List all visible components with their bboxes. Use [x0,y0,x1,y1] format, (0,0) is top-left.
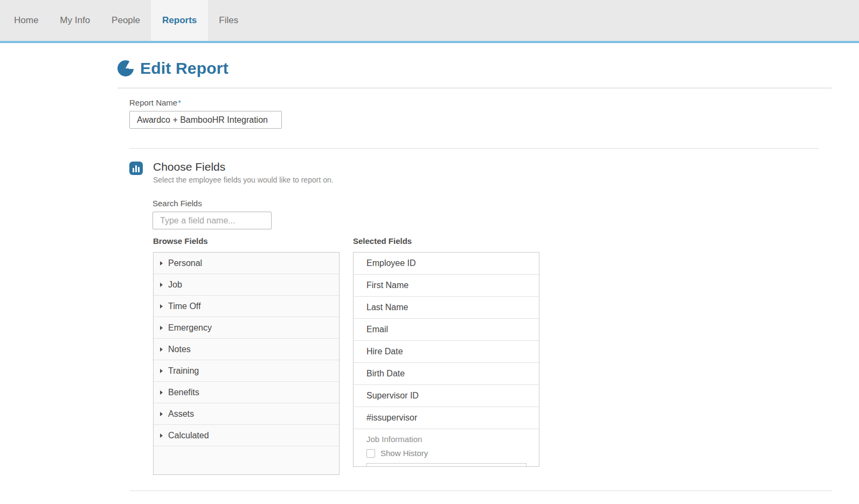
browse-category-emergency[interactable]: Emergency [154,317,339,339]
job-information-field-partial[interactable] [366,463,527,467]
browse-category-label: Time Off [168,302,200,311]
choose-fields-title: Choose Fields [153,160,334,173]
show-history-label: Show History [380,449,428,458]
expand-arrow-icon [160,390,163,395]
report-name-section: Report Name* [129,98,859,129]
page-title: Edit Report [140,59,228,78]
search-fields-label: Search Fields [153,199,859,208]
expand-arrow-icon [160,347,163,352]
browse-category-training[interactable]: Training [154,360,339,382]
browse-category-label: Personal [168,258,202,268]
selected-field-last-name[interactable]: Last Name [354,297,539,319]
browse-category-job[interactable]: Job [154,274,339,296]
section-divider [129,148,819,149]
browse-category-time-off[interactable]: Time Off [154,296,339,317]
browse-category-label: Assets [168,409,194,419]
browse-category-benefits[interactable]: Benefits [154,382,339,403]
selected-field-email[interactable]: Email [354,319,539,341]
browse-category-personal[interactable]: Personal [154,253,339,274]
selected-field-first-name[interactable]: First Name [354,275,539,297]
selected-field-employee-id[interactable]: Employee ID [354,253,539,275]
tab-reports[interactable]: Reports [151,0,208,41]
tab-people[interactable]: People [101,0,151,41]
selected-fields-label: Selected Fields [353,236,539,246]
report-name-required-marker: * [178,98,181,107]
search-fields-input[interactable] [153,212,272,229]
expand-arrow-icon [160,433,163,438]
selected-fields-column: Selected Fields Employee ID First Name L… [353,236,539,475]
report-name-label-text: Report Name [129,98,177,107]
selected-field-hire-date[interactable]: Hire Date [354,341,539,363]
selected-field-issupervisor[interactable]: #issupervisor [354,407,539,429]
tab-my-info[interactable]: My Info [49,0,101,41]
browse-list-filler [154,446,339,474]
job-information-label: Job Information [366,435,539,444]
browse-category-assets[interactable]: Assets [154,403,339,425]
browse-fields-label: Browse Fields [153,236,340,246]
choose-fields-subtitle: Select the employee fields you would lik… [153,176,334,184]
browse-category-label: Calculated [168,431,209,440]
show-history-row: Show History [366,449,539,458]
page-header: Edit Report [117,59,832,88]
expand-arrow-icon [160,304,163,309]
tab-files[interactable]: Files [208,0,249,41]
search-fields-section: Search Fields [153,199,859,229]
browse-fields-column: Browse Fields Personal Job Time Off Emer… [153,236,340,475]
fields-columns: Browse Fields Personal Job Time Off Emer… [153,236,859,475]
selected-field-supervisor-id[interactable]: Supervisor ID [354,385,539,407]
report-name-input[interactable] [129,111,282,129]
expand-arrow-icon [160,261,163,265]
selected-fields-list: Employee ID First Name Last Name Email H… [353,252,539,467]
report-name-label: Report Name* [129,98,859,107]
browse-category-label: Training [168,366,199,376]
bottom-divider [129,491,832,491]
browse-category-label: Benefits [168,388,199,397]
expand-arrow-icon [160,283,163,287]
bar-chart-icon [129,162,143,175]
expand-arrow-icon [160,369,163,373]
browse-category-label: Notes [168,345,191,354]
show-history-checkbox[interactable] [366,449,375,458]
browse-category-label: Emergency [168,323,212,333]
top-nav: Home My Info People Reports Files [0,0,859,43]
pie-chart-icon [117,60,134,76]
browse-category-label: Job [168,280,182,290]
selected-field-birth-date[interactable]: Birth Date [354,363,539,385]
expand-arrow-icon [160,326,163,330]
tab-home[interactable]: Home [3,0,49,41]
browse-category-calculated[interactable]: Calculated [154,425,339,446]
browse-category-notes[interactable]: Notes [154,339,339,360]
selected-group-job-information: Job Information Show History [354,429,539,467]
choose-fields-text: Choose Fields Select the employee fields… [153,160,334,184]
choose-fields-header: Choose Fields Select the employee fields… [129,160,859,184]
expand-arrow-icon [160,412,163,416]
browse-fields-list: Personal Job Time Off Emergency Notes Tr… [153,252,340,475]
